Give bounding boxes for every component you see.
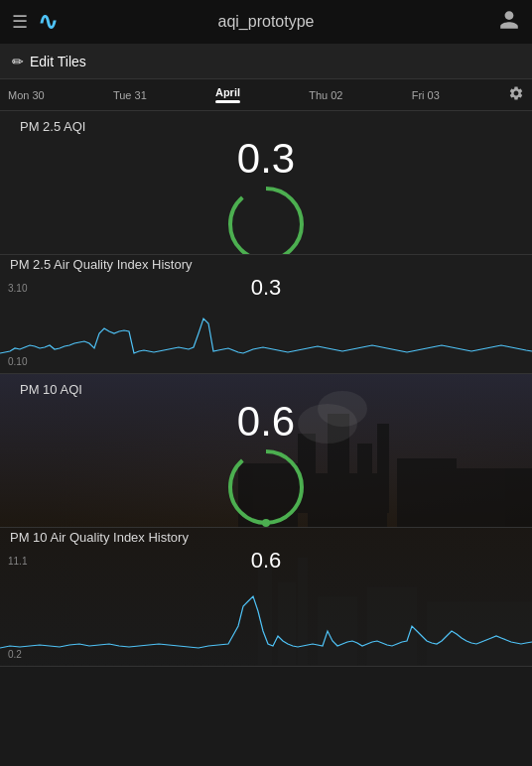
logo-icon: ∿ — [38, 8, 58, 36]
pm10-aqi-circle-container — [224, 446, 308, 528]
svg-point-0 — [230, 189, 302, 255]
pm25-aqi-circle — [224, 183, 308, 255]
hamburger-icon[interactable]: ☰ — [12, 11, 28, 33]
svg-point-14 — [262, 519, 270, 527]
pm10-history-value: 0.6 — [0, 546, 532, 574]
timeline-bar: Mon 30 Tue 31 April Thu 02 Fri 03 — [0, 79, 532, 111]
svg-point-13 — [230, 451, 302, 523]
timeline-fri[interactable]: Fri 03 — [412, 89, 440, 101]
edit-tiles-bar[interactable]: ✏ Edit Tiles — [0, 44, 532, 79]
timeline-mon[interactable]: Mon 30 — [8, 89, 45, 101]
pm10-aqi-content: PM 10 AQI 0.6 — [0, 374, 532, 528]
pm10-aqi-circle — [224, 446, 308, 528]
pm25-y-min: 0.10 — [8, 356, 27, 367]
pm10-y-min: 0.2 — [8, 649, 22, 660]
pm25-aqi-panel: PM 2.5 AQI 0.3 — [0, 111, 532, 255]
pm10-history-chart — [0, 576, 532, 666]
navbar-left: ☰ ∿ — [12, 8, 58, 36]
pencil-icon: ✏ — [12, 54, 24, 69]
pm10-aqi-panel: PM 10 AQI 0.6 — [0, 374, 532, 528]
pm25-y-max: 3.10 — [8, 283, 27, 294]
gear-icon[interactable] — [508, 85, 524, 105]
pm10-y-max: 11.1 — [8, 556, 27, 567]
edit-tiles-label: ✏ Edit Tiles — [12, 54, 86, 69]
pm25-aqi-value: 0.3 — [237, 135, 295, 183]
navbar: ☰ ∿ aqi_prototype — [0, 0, 532, 44]
pm25-aqi-title: PM 2.5 AQI — [10, 113, 95, 138]
timeline-tue[interactable]: Tue 31 — [113, 89, 147, 101]
navbar-title: aqi_prototype — [218, 13, 315, 31]
pm10-aqi-title: PM 10 AQI — [10, 376, 92, 401]
pm25-history-chart — [0, 294, 532, 373]
pm25-aqi-circle-container — [224, 183, 308, 255]
pm25-history-value: 0.3 — [0, 273, 532, 301]
pm25-history-panel: PM 2.5 Air Quality Index History 0.3 3.1… — [0, 255, 532, 374]
user-icon[interactable] — [498, 9, 520, 36]
pm10-aqi-value: 0.6 — [237, 398, 295, 446]
timeline-april[interactable]: April — [215, 86, 240, 103]
timeline-thu[interactable]: Thu 02 — [309, 89, 342, 101]
pm10-history-panel: PM 10 Air Quality Index History 0.6 11.1… — [0, 528, 532, 667]
